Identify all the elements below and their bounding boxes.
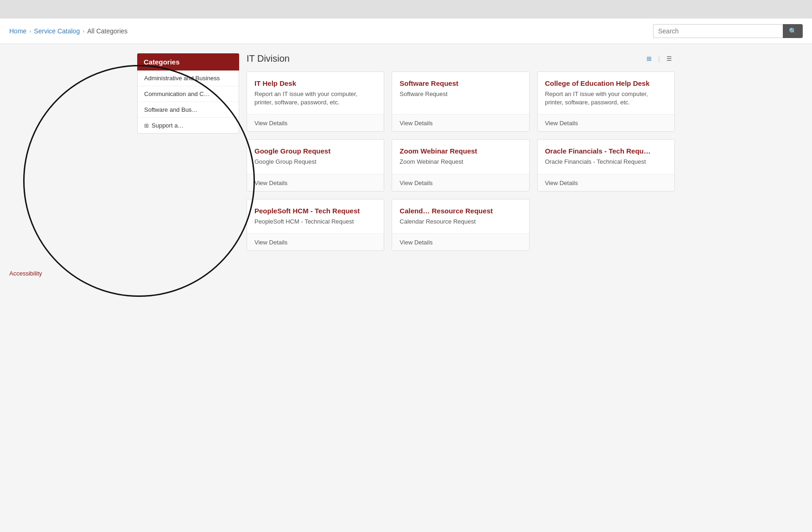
card-software-request: Software Request Software Request View D… bbox=[392, 71, 529, 132]
card-calendar-resource-title[interactable]: Calend… Resource Request bbox=[400, 207, 521, 215]
card-zoom-webinar-footer: View Details bbox=[392, 174, 529, 191]
view-toggles: ⊞ | ☰ bbox=[644, 53, 675, 64]
sidebar: Categories Administrative and Business C… bbox=[137, 53, 239, 251]
sidebar-item-support[interactable]: ⊞ Support a… bbox=[138, 118, 239, 133]
grid-icon: ⊞ bbox=[647, 55, 652, 62]
search-input[interactable] bbox=[653, 24, 783, 38]
page-footer: Accessibility bbox=[0, 260, 812, 286]
card-it-help-desk-footer: View Details bbox=[247, 114, 384, 131]
card-zoom-webinar-title[interactable]: Zoom Webinar Request bbox=[400, 147, 521, 155]
card-peoplesoft-hcm-desc: PeopleSoft HCM - Technical Request bbox=[254, 218, 376, 226]
breadcrumb-home[interactable]: Home bbox=[9, 27, 26, 35]
card-college-education-desc: Report an IT issue with your computer, p… bbox=[545, 90, 667, 107]
card-oracle-financials-view-details[interactable]: View Details bbox=[545, 179, 578, 186]
content-header: IT Division ⊞ | ☰ bbox=[247, 53, 675, 64]
chevron-icon-1: › bbox=[29, 28, 31, 34]
sidebar-list: Administrative and Business Communicatio… bbox=[137, 71, 239, 134]
card-software-request-view-details[interactable]: View Details bbox=[400, 120, 432, 127]
card-it-help-desk-body: IT Help Desk Report an IT issue with you… bbox=[247, 72, 384, 114]
top-bar bbox=[0, 0, 812, 19]
card-calendar-resource-view-details[interactable]: View Details bbox=[400, 239, 432, 246]
content-area: IT Division ⊞ | ☰ IT Help Desk Report an… bbox=[247, 53, 675, 251]
card-oracle-financials-desc: Oracle Financials - Technical Request bbox=[545, 158, 667, 166]
card-it-help-desk-view-details[interactable]: View Details bbox=[254, 120, 287, 127]
accessibility-link[interactable]: Accessibility bbox=[9, 270, 42, 277]
card-oracle-financials-body: Oracle Financials - Tech Requ… Oracle Fi… bbox=[538, 140, 674, 173]
card-it-help-desk-title[interactable]: IT Help Desk bbox=[254, 79, 376, 87]
breadcrumb-current: All Categories bbox=[87, 27, 127, 35]
card-zoom-webinar-view-details[interactable]: View Details bbox=[400, 179, 432, 186]
card-calendar-resource-body: Calend… Resource Request Calendar Resour… bbox=[392, 199, 529, 233]
divider: | bbox=[658, 55, 660, 63]
card-college-education-title[interactable]: College of Education Help Desk bbox=[545, 79, 667, 87]
cards-grid: IT Help Desk Report an IT issue with you… bbox=[247, 71, 675, 251]
card-software-request-footer: View Details bbox=[392, 114, 529, 131]
card-oracle-financials-footer: View Details bbox=[538, 174, 674, 191]
card-peoplesoft-hcm-view-details[interactable]: View Details bbox=[254, 239, 287, 246]
card-calendar-resource-footer: View Details bbox=[392, 233, 529, 250]
card-college-education: College of Education Help Desk Report an… bbox=[537, 71, 675, 132]
list-icon: ☰ bbox=[666, 55, 672, 62]
breadcrumb-bar: Home › Service Catalog › All Categories … bbox=[0, 19, 812, 44]
sidebar-header: Categories bbox=[137, 53, 239, 71]
card-oracle-financials: Oracle Financials - Tech Requ… Oracle Fi… bbox=[537, 139, 675, 191]
card-zoom-webinar: Zoom Webinar Request Zoom Webinar Reques… bbox=[392, 139, 529, 191]
card-calendar-resource: Calend… Resource Request Calendar Resour… bbox=[392, 199, 529, 251]
card-peoplesoft-hcm: PeopleSoft HCM - Tech Request PeopleSoft… bbox=[247, 199, 384, 251]
sidebar-item-support-label: Support a… bbox=[152, 122, 184, 129]
card-google-group-footer: View Details bbox=[247, 174, 384, 191]
view-list-button[interactable]: ☰ bbox=[664, 53, 675, 64]
card-calendar-resource-desc: Calendar Resource Request bbox=[400, 218, 521, 226]
view-grid-button[interactable]: ⊞ bbox=[644, 53, 654, 64]
card-oracle-financials-title[interactable]: Oracle Financials - Tech Requ… bbox=[545, 147, 667, 155]
breadcrumb: Home › Service Catalog › All Categories bbox=[9, 27, 127, 35]
card-google-group: Google Group Request Google Group Reques… bbox=[247, 139, 384, 191]
card-it-help-desk: IT Help Desk Report an IT issue with you… bbox=[247, 71, 384, 132]
plus-icon: ⊞ bbox=[144, 122, 149, 129]
sidebar-item-communication[interactable]: Communication and C… bbox=[138, 86, 239, 102]
card-software-request-title[interactable]: Software Request bbox=[400, 79, 521, 87]
card-it-help-desk-desc: Report an IT issue with your computer, p… bbox=[254, 90, 376, 107]
sidebar-item-admin-business[interactable]: Administrative and Business bbox=[138, 71, 239, 86]
card-peoplesoft-hcm-body: PeopleSoft HCM - Tech Request PeopleSoft… bbox=[247, 199, 384, 233]
card-college-education-view-details[interactable]: View Details bbox=[545, 120, 578, 127]
chevron-icon-2: › bbox=[82, 28, 84, 34]
breadcrumb-service-catalog[interactable]: Service Catalog bbox=[34, 27, 80, 35]
card-zoom-webinar-body: Zoom Webinar Request Zoom Webinar Reques… bbox=[392, 140, 529, 173]
card-google-group-body: Google Group Request Google Group Reques… bbox=[247, 140, 384, 173]
card-software-request-body: Software Request Software Request bbox=[392, 72, 529, 114]
search-icon: 🔍 bbox=[789, 27, 797, 35]
card-college-education-footer: View Details bbox=[538, 114, 674, 131]
card-peoplesoft-hcm-footer: View Details bbox=[247, 233, 384, 250]
card-zoom-webinar-desc: Zoom Webinar Request bbox=[400, 158, 521, 166]
card-college-education-body: College of Education Help Desk Report an… bbox=[538, 72, 674, 114]
card-google-group-view-details[interactable]: View Details bbox=[254, 179, 287, 186]
card-google-group-desc: Google Group Request bbox=[254, 158, 376, 166]
search-button[interactable]: 🔍 bbox=[783, 24, 803, 38]
content-title: IT Division bbox=[247, 53, 290, 64]
search-bar: 🔍 bbox=[653, 24, 803, 38]
card-peoplesoft-hcm-title[interactable]: PeopleSoft HCM - Tech Request bbox=[254, 207, 376, 215]
main-container: Categories Administrative and Business C… bbox=[128, 44, 684, 260]
card-google-group-title[interactable]: Google Group Request bbox=[254, 147, 376, 155]
sidebar-item-software[interactable]: Software and Bus… bbox=[138, 102, 239, 118]
card-software-request-desc: Software Request bbox=[400, 90, 521, 98]
